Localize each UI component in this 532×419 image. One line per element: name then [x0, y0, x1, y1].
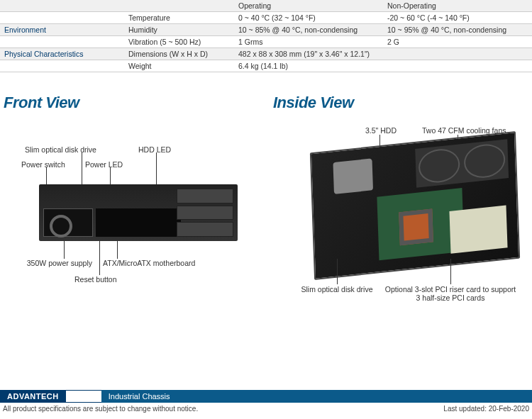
footer-disclaimer: All product specifications are subject t… [3, 405, 198, 413]
category-label: Environment [0, 24, 124, 36]
front-device-image [39, 184, 238, 241]
row-value: 2 G [383, 36, 532, 48]
row-value: 6.4 kg (14.1 lb) [234, 60, 532, 72]
col-operating: Operating [234, 0, 383, 12]
front-view-section: Front View Slim optical disk drive HDD L… [4, 94, 259, 319]
brand-logo: ADVANTECH [0, 390, 66, 403]
label-psu: 350W power supply [14, 259, 92, 267]
label-power-led: Power LED [85, 160, 123, 169]
label-slim-drive: Slim optical disk drive [25, 145, 96, 154]
inside-view-title: Inside View [273, 94, 528, 112]
label-hdd-led: HDD LED [138, 145, 171, 154]
row-label: Weight [124, 60, 234, 72]
inside-view-section: Inside View 3.5" HDD Two 47 CFM cooling … [273, 94, 528, 319]
row-value: 0 ~ 40 °C (32 ~ 104 °F) [234, 12, 383, 24]
footer-category: Industrial Chassis [101, 390, 532, 403]
page-footer: ADVANTECH Industrial Chassis All product… [0, 390, 532, 413]
inside-device-image [310, 131, 520, 280]
col-nonoperating: Non-Operating [383, 0, 532, 12]
specification-table: Operating Non-Operating Temperature 0 ~ … [0, 0, 532, 72]
row-value: 10 ~ 85% @ 40 °C, non-condensing [234, 24, 383, 36]
footer-updated: Last updated: 20-Feb-2020 [443, 405, 529, 413]
label-power-switch: Power switch [21, 160, 65, 169]
row-value: -20 ~ 60 °C (-4 ~ 140 °F) [383, 12, 532, 24]
row-value: 482 x 88 x 308 mm (19" x 3.46" x 12.1") [234, 48, 532, 60]
row-label: Temperature [124, 12, 234, 24]
label-motherboard: ATX/MicroATX motherboard [103, 259, 195, 267]
row-value: 10 ~ 95% @ 40 °C, non-condensing [383, 24, 532, 36]
category-label: Physical Characteristics [0, 48, 124, 60]
front-view-title: Front View [4, 94, 259, 112]
row-label: Vibration (5 ~ 500 Hz) [124, 36, 234, 48]
row-label: Humidity [124, 24, 234, 36]
row-label: Dimensions (W x H x D) [124, 48, 234, 60]
label-reset: Reset button [74, 275, 117, 284]
label-slim-drive-inside: Slim optical disk drive [294, 285, 379, 294]
label-hdd: 3.5" HDD [365, 126, 397, 135]
label-riser: Optional 3-slot PCI riser card to suppor… [383, 285, 518, 302]
row-value: 1 Grms [234, 36, 383, 48]
